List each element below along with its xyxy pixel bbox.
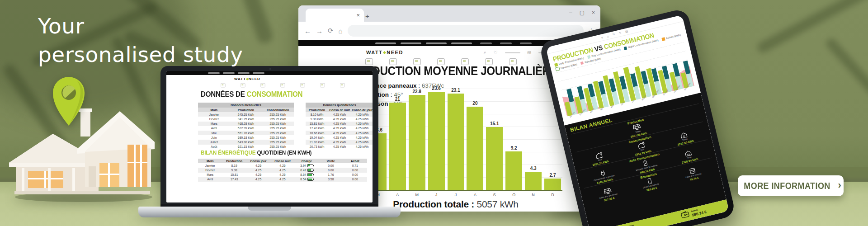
table-row: Mars15.814.254.258.541.760.00 bbox=[198, 173, 367, 177]
category-icon bbox=[221, 83, 226, 87]
minimize-icon[interactable]: – bbox=[569, 9, 572, 16]
category-nav bbox=[221, 83, 348, 90]
browser-toolbar: ← → ⟳ ⌂ ☆ bbox=[298, 22, 600, 40]
webcam-icon bbox=[269, 68, 271, 70]
headline-line1: Your bbox=[38, 12, 243, 40]
close-icon[interactable]: × bbox=[592, 9, 595, 16]
more-information-button[interactable]: MORE INFORMATION › bbox=[738, 175, 844, 196]
bar-A-6: 20 bbox=[467, 101, 483, 190]
category-icon bbox=[340, 83, 345, 87]
table-row: 19.04 kWh4.25 kWh4.25 kWh bbox=[306, 135, 373, 140]
bookmark-item[interactable] bbox=[375, 42, 396, 44]
search-icon[interactable]: ⌕ bbox=[484, 50, 486, 55]
tab-close-icon[interactable]: × bbox=[356, 12, 360, 19]
table-row: Janvier8.194.254.253.940.000.71 bbox=[198, 163, 367, 168]
table-row: Août621.15 kWh255.25 kWh bbox=[198, 145, 294, 149]
table-row: 17.43 kWh4.25 kWh4.25 kWh bbox=[306, 126, 373, 131]
phone-icon bbox=[647, 177, 653, 185]
bookmark-item[interactable] bbox=[451, 42, 472, 44]
energy-balance-heading: BILAN ÉNERGÉTIQUE QUOTIDIEN (EN KWH) bbox=[201, 150, 311, 156]
headline: Your personalised study bbox=[38, 12, 243, 69]
grid-icon: ▤ bbox=[625, 29, 628, 33]
category-icon bbox=[260, 83, 265, 87]
table-row: Juin589.18 kWh255.25 kWh bbox=[198, 135, 294, 140]
annual-report-sections: ProductionTotale5057.06 kWhConsommationJ… bbox=[571, 104, 716, 206]
month-label: J bbox=[448, 193, 464, 197]
site-logo[interactable]: WATTNEED bbox=[366, 50, 403, 55]
bar-J-5: 23.1 bbox=[448, 88, 464, 190]
logo-dot-icon bbox=[246, 78, 248, 80]
forward-icon[interactable]: → bbox=[316, 27, 323, 35]
window-controls: – ▢ × bbox=[569, 9, 595, 16]
month-label: A bbox=[467, 193, 483, 197]
category-icon bbox=[300, 83, 305, 87]
battery-icon bbox=[643, 159, 649, 167]
reload-icon[interactable]: ⟳ bbox=[328, 27, 334, 35]
month-label: O bbox=[505, 193, 522, 197]
laptop: WATTNEED DONNÉES DE CONSOMMATION Données… bbox=[138, 66, 401, 224]
table-row: 15.81 kWh4.25 kWh4.25 kWh bbox=[306, 122, 373, 126]
edit-icon: ✎ bbox=[618, 31, 622, 35]
month-label: N bbox=[525, 193, 542, 197]
battery-icon bbox=[307, 164, 313, 167]
address-bar[interactable] bbox=[348, 25, 584, 37]
category-icon bbox=[320, 83, 325, 87]
battery-icon bbox=[307, 178, 313, 181]
data-tables: Données mensuellesMoisProductionConsomma… bbox=[198, 103, 373, 149]
house-icon bbox=[684, 148, 693, 157]
consumption-heading: DONNÉES DE CONSOMMATION bbox=[201, 90, 302, 99]
bookmark-item[interactable] bbox=[500, 42, 512, 44]
promo-banner: Your personalised study × + – ▢ × ← → ⟳ … bbox=[0, 0, 868, 226]
home-icon[interactable]: ⌂ bbox=[339, 27, 343, 35]
table-row: Avril17.434.254.258.543.580.00 bbox=[198, 177, 367, 182]
table-row: 8.10 kWh4.25 kWh4.25 kWh bbox=[306, 112, 373, 117]
bookmark-item[interactable] bbox=[520, 42, 532, 44]
table-row: Mai551.76 kWh255.25 kWh bbox=[198, 131, 294, 135]
bookmark-item[interactable] bbox=[401, 42, 421, 44]
table-row: 20.73 kWh4.25 kWh4.25 kWh bbox=[306, 145, 373, 149]
headline-line2: personalised study bbox=[38, 40, 243, 69]
month-label: D bbox=[544, 193, 561, 197]
energy-balance-table: MoisProductionConso jourConso nuitCharge… bbox=[198, 159, 367, 182]
table-row: Janvier245.55 kWh255.25 kWh bbox=[198, 112, 294, 117]
bar-S-7: 15.1 bbox=[486, 121, 503, 190]
cart-icon[interactable]: ⛁ bbox=[528, 50, 531, 55]
bookmark-item[interactable] bbox=[426, 42, 447, 44]
bar-M-3: 22.8 bbox=[409, 89, 425, 190]
laptop-screen: WATTNEED DONNÉES DE CONSOMMATION Données… bbox=[160, 66, 378, 206]
site-logo: WATTNEED bbox=[234, 77, 260, 81]
category-icon bbox=[241, 83, 245, 87]
table-row: 18.66 kWh4.25 kWh4.25 kWh bbox=[306, 131, 373, 135]
menu-icon: ≡ bbox=[601, 36, 603, 39]
table-row: 21.03 kWh4.25 kWh4.25 kWh bbox=[306, 140, 373, 144]
leaf-shadow bbox=[755, 0, 868, 55]
month-label: S bbox=[486, 193, 503, 197]
battery-icon bbox=[307, 169, 313, 172]
bar-N-9: 4.3 bbox=[525, 166, 542, 190]
monthly-data-table: Données mensuellesMoisProductionConsomma… bbox=[198, 103, 294, 149]
month-label: J bbox=[428, 193, 445, 197]
home-icon: ⌂ bbox=[607, 34, 609, 38]
table-row: 9.38 kWh4.25 kWh4.25 kWh bbox=[306, 117, 373, 121]
bookmark-item[interactable] bbox=[480, 42, 492, 44]
table-row: Février341.25 kWh255.25 kWh bbox=[198, 117, 294, 121]
table-row: Juillet643.80 kWh255.25 kWh bbox=[198, 140, 294, 144]
reload-icon: ↻ bbox=[612, 33, 615, 37]
leaf-shadow bbox=[824, 37, 868, 127]
browser-tab[interactable]: × bbox=[306, 9, 364, 22]
house-night-icon bbox=[637, 141, 646, 149]
account-placeholder bbox=[505, 52, 520, 53]
logo-dot-icon bbox=[383, 51, 386, 54]
maximize-icon[interactable]: ▢ bbox=[580, 9, 585, 16]
laptop-notch bbox=[248, 207, 291, 211]
back-icon[interactable]: ← bbox=[304, 27, 311, 35]
laptop-bookmarks-bar bbox=[166, 71, 373, 75]
month-label: M bbox=[409, 193, 425, 197]
bar-D-10: 2.7 bbox=[544, 173, 561, 190]
chevron-right-icon: › bbox=[838, 180, 842, 190]
location-pin-icon bbox=[51, 75, 87, 127]
laptop-display: WATTNEED DONNÉES DE CONSOMMATION Données… bbox=[166, 71, 373, 202]
house-day-icon bbox=[594, 151, 604, 160]
heart-icon[interactable]: ♡ bbox=[494, 50, 498, 55]
new-tab-icon[interactable]: + bbox=[365, 12, 369, 20]
